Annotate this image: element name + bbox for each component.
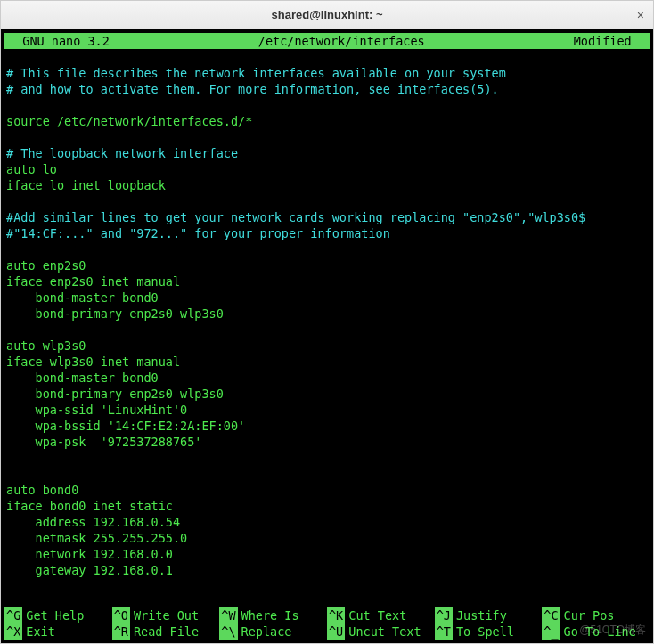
- editor-line: bond-master bond0: [6, 289, 648, 306]
- shortcut-label: Write Out: [134, 607, 199, 624]
- editor-line: auto enp2s0: [6, 257, 648, 273]
- shortcut-item[interactable]: ^\Replace: [219, 624, 327, 640]
- window-titlebar[interactable]: shared@linuxhint: ~ ×: [1, 1, 653, 29]
- shortcut-key: ^G: [4, 607, 22, 624]
- editor-line: # and how to activate them. For more inf…: [6, 81, 648, 97]
- editor-line: [6, 322, 648, 338]
- shortcut-label: Replace: [241, 624, 292, 640]
- editor-content[interactable]: # This file describes the network interf…: [4, 49, 650, 607]
- editor-line: address 192.168.0.54: [6, 514, 648, 530]
- shortcut-item[interactable]: ^KCut Text: [327, 607, 435, 624]
- editor-line: iface wlp3s0 inet manual: [6, 354, 648, 370]
- editor-line: [6, 578, 648, 594]
- shortcut-label: Justify: [456, 607, 507, 624]
- shortcut-item[interactable]: ^WWhere Is: [219, 607, 327, 624]
- shortcut-label: Cur Pos: [564, 607, 615, 624]
- editor-line: [6, 49, 648, 65]
- shortcut-item[interactable]: ^GGet Help: [4, 607, 112, 624]
- shortcut-label: Where Is: [241, 607, 299, 624]
- shortcut-label: Exit: [26, 624, 55, 640]
- editor-line: # This file describes the network interf…: [6, 65, 648, 81]
- shortcut-key: ^K: [327, 607, 345, 624]
- shortcut-item[interactable]: ^OWrite Out: [112, 607, 220, 624]
- editor-line: [6, 193, 648, 209]
- editor-line: bond-primary enp2s0 wlp3s0: [6, 386, 648, 402]
- editor-line: [6, 466, 648, 482]
- editor-line: wpa-ssid 'LinuxHint'0: [6, 402, 648, 418]
- editor-line: #"14:CF:..." and "972..." for your prope…: [6, 225, 648, 241]
- editor-line: auto bond0: [6, 482, 648, 498]
- nano-app-name: GNU nano 3.2: [8, 33, 110, 49]
- shortcut-key: ^J: [435, 607, 453, 624]
- editor-line: [6, 241, 648, 257]
- terminal-window: shared@linuxhint: ~ × GNU nano 3.2 /etc/…: [0, 0, 654, 644]
- shortcut-key: ^X: [4, 624, 22, 640]
- shortcut-item[interactable]: ^CCur Pos: [542, 607, 650, 624]
- nano-file-path: /etc/network/interfaces: [110, 33, 574, 49]
- editor-line: auto lo: [6, 161, 648, 177]
- shortcut-item[interactable]: ^RRead File: [112, 624, 220, 640]
- shortcut-item[interactable]: ^TTo Spell: [435, 624, 543, 640]
- shortcut-key: ^R: [112, 624, 130, 640]
- editor-line: gateway 192.168.0.1: [6, 562, 648, 578]
- shortcut-label: Get Help: [26, 607, 84, 624]
- window-title: shared@linuxhint: ~: [272, 8, 383, 21]
- shortcut-key: ^T: [435, 624, 453, 640]
- editor-line: [6, 594, 648, 607]
- editor-line: # The loopback network interface: [6, 145, 648, 161]
- editor-line: iface enp2s0 inet manual: [6, 273, 648, 289]
- shortcut-key: ^W: [219, 607, 237, 624]
- shortcut-label: Go To Line: [564, 624, 636, 640]
- close-icon[interactable]: ×: [637, 8, 644, 22]
- editor-line: bond-primary enp2s0 wlp3s0: [6, 306, 648, 322]
- editor-line: network 192.168.0.0: [6, 546, 648, 562]
- editor-line: wpa-psk '972537288765': [6, 434, 648, 450]
- editor-line: [6, 450, 648, 466]
- editor-line: auto wlp3s0: [6, 338, 648, 354]
- nano-shortcuts: ^GGet Help^OWrite Out^WWhere Is^KCut Tex…: [4, 607, 650, 640]
- terminal-area[interactable]: GNU nano 3.2 /etc/network/interfaces Mod…: [1, 29, 653, 643]
- editor-line: wpa-bssid '14:CF:E2:2A:EF:00': [6, 418, 648, 434]
- shortcut-label: Cut Text: [348, 607, 406, 624]
- editor-line: iface lo inet loopback: [6, 177, 648, 193]
- shortcut-label: Uncut Text: [348, 624, 421, 640]
- shortcut-label: Read File: [134, 624, 199, 640]
- shortcut-item[interactable]: ^_Go To Line: [542, 624, 650, 640]
- editor-line: netmask 255.255.255.0: [6, 530, 648, 546]
- nano-status: Modified: [574, 33, 646, 49]
- editor-line: source /etc/network/interfaces.d/*: [6, 113, 648, 129]
- editor-line: [6, 97, 648, 113]
- editor-line: bond-master bond0: [6, 370, 648, 386]
- editor-line: #Add similar lines to get your network c…: [6, 209, 648, 225]
- shortcut-item[interactable]: ^XExit: [4, 624, 112, 640]
- shortcut-label: To Spell: [456, 624, 514, 640]
- editor-line: iface bond0 inet static: [6, 498, 648, 514]
- shortcut-item[interactable]: ^UUncut Text: [327, 624, 435, 640]
- shortcut-key: ^\: [219, 624, 237, 640]
- shortcut-key: ^O: [112, 607, 130, 624]
- editor-line: [6, 129, 648, 145]
- nano-header: GNU nano 3.2 /etc/network/interfaces Mod…: [4, 33, 650, 49]
- shortcut-key: ^U: [327, 624, 345, 640]
- shortcut-key: ^C: [542, 607, 560, 624]
- shortcut-item[interactable]: ^JJustify: [435, 607, 543, 624]
- shortcut-key: ^_: [542, 624, 560, 640]
